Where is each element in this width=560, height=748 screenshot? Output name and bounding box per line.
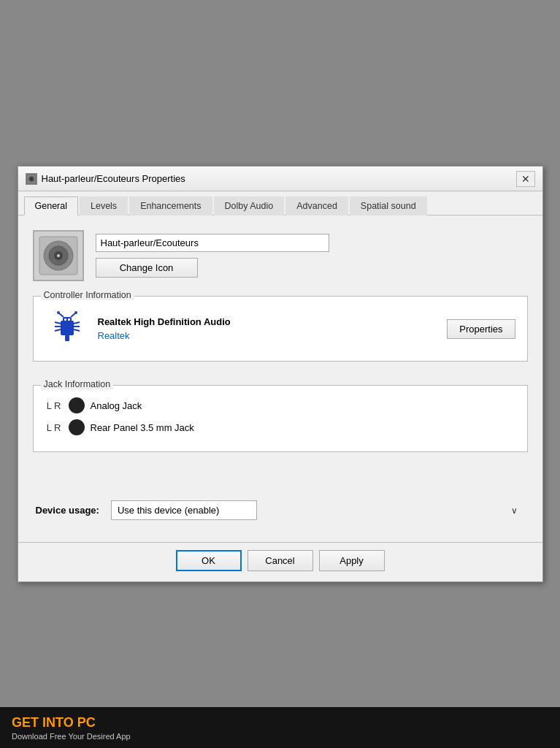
realtek-icon: [45, 307, 89, 351]
watermark-title: GET INTO PC: [12, 715, 548, 730]
properties-window: Haut-parleur/Ecouteurs Properties ✕ Gene…: [18, 166, 543, 582]
cancel-button[interactable]: Cancel: [248, 550, 313, 571]
apply-button[interactable]: Apply: [319, 550, 385, 571]
svg-line-19: [74, 322, 80, 324]
window-icon: [26, 173, 37, 185]
controller-group-box: Controller Information: [33, 296, 528, 362]
svg-rect-8: [61, 321, 74, 335]
close-button[interactable]: ✕: [516, 171, 535, 187]
controller-name: Realtek High Definition Audio: [98, 316, 439, 327]
tab-levels[interactable]: Levels: [80, 196, 128, 215]
device-header: Change Icon: [33, 230, 528, 281]
device-usage-label: Device usage:: [36, 505, 99, 516]
title-bar: Haut-parleur/Ecouteurs Properties ✕: [18, 167, 542, 191]
device-usage-select-wrapper: Use this device (enable)Do not use this …: [111, 500, 525, 520]
svg-line-16: [55, 322, 61, 324]
change-icon-button[interactable]: Change Icon: [96, 258, 198, 278]
device-name-input[interactable]: [96, 234, 329, 252]
controller-info: Realtek High Definition Audio Realtek: [98, 316, 439, 341]
controller-link[interactable]: Realtek: [98, 330, 439, 341]
jack-row-analog: L R Analog Jack: [45, 397, 515, 413]
device-icon: [33, 230, 84, 281]
svg-line-18: [55, 329, 61, 331]
svg-line-21: [74, 329, 80, 331]
jack-dot-1: [69, 397, 85, 413]
svg-point-2: [30, 178, 33, 180]
svg-point-15: [74, 311, 77, 314]
svg-point-7: [57, 254, 60, 257]
controller-group-title: Controller Information: [41, 290, 134, 300]
bottom-bar: OK Cancel Apply: [18, 542, 542, 581]
spacer-2: [33, 464, 528, 486]
jack-label-2: Rear Panel 3.5 mm Jack: [91, 422, 194, 433]
svg-rect-9: [63, 317, 72, 322]
controller-content: Realtek High Definition Audio Realtek Pr…: [45, 304, 515, 351]
watermark-bar: GET INTO PC Download Free Your Desired A…: [0, 707, 560, 748]
jack-group-title: Jack Information: [41, 379, 114, 389]
tab-advanced[interactable]: Advanced: [285, 196, 348, 215]
watermark-brand-highlight: INTO PC: [42, 715, 96, 730]
tab-spatial-sound[interactable]: Spatial sound: [350, 196, 427, 215]
svg-rect-10: [64, 318, 66, 321]
device-name-section: Change Icon: [96, 234, 329, 278]
watermark-brand: GET: [12, 715, 42, 730]
jack-group-box: Jack Information L R Analog Jack L R Rea…: [33, 385, 528, 452]
ok-button[interactable]: OK: [176, 550, 242, 571]
tab-bar: General Levels Enhancements Dolby Audio …: [18, 191, 542, 215]
svg-rect-22: [65, 335, 69, 341]
svg-line-14: [71, 313, 75, 317]
jack-content: L R Analog Jack L R Rear Panel 3.5 mm Ja…: [45, 393, 515, 435]
jack-label-1: Analog Jack: [91, 400, 142, 411]
device-usage-row: Device usage: Use this device (enable)Do…: [33, 500, 528, 520]
jack-row-rear: L R Rear Panel 3.5 mm Jack: [45, 419, 515, 435]
tab-dolby-audio[interactable]: Dolby Audio: [214, 196, 285, 215]
jack-lr-1: L R: [45, 400, 63, 411]
controller-properties-button[interactable]: Properties: [447, 319, 515, 339]
title-bar-left: Haut-parleur/Ecouteurs Properties: [26, 173, 185, 185]
jack-dot-2: [69, 419, 85, 435]
tab-enhancements[interactable]: Enhancements: [129, 196, 212, 215]
svg-point-13: [57, 311, 60, 314]
device-usage-select[interactable]: Use this device (enable)Do not use this …: [111, 500, 257, 520]
svg-rect-11: [68, 318, 70, 321]
window-title: Haut-parleur/Ecouteurs Properties: [42, 173, 185, 184]
jack-lr-2: L R: [45, 422, 63, 433]
svg-line-12: [59, 313, 64, 317]
tab-content-general: Change Icon Controller Information: [18, 215, 542, 542]
watermark-subtitle: Download Free Your Desired App: [12, 732, 548, 741]
tab-general[interactable]: General: [24, 196, 78, 215]
